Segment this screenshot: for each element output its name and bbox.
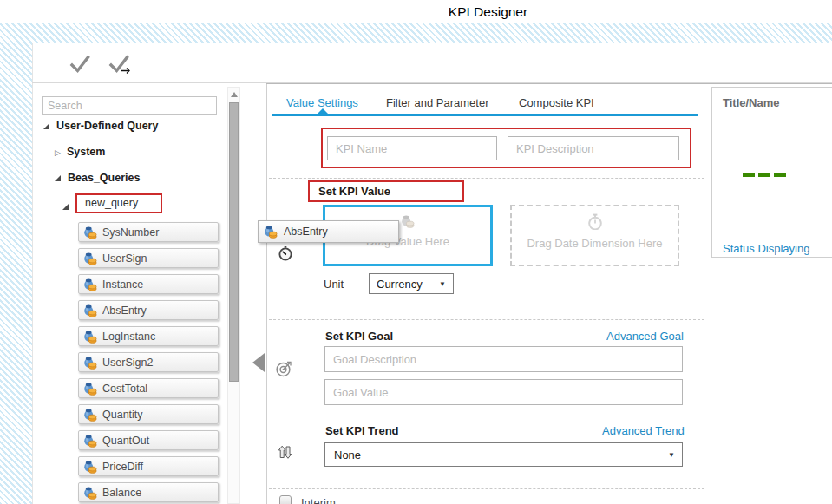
panel-divider xyxy=(266,83,267,504)
tab-composite-kpi[interactable]: Composite KPI xyxy=(519,96,594,109)
tree-expanded-icon[interactable] xyxy=(55,175,61,181)
preview-empty-value xyxy=(743,173,786,177)
tree-node-new-query[interactable]: new_query xyxy=(62,197,162,217)
field-label: CostTotal xyxy=(102,383,147,395)
scroll-up-icon[interactable] xyxy=(231,92,238,97)
page-title: KPI Designer xyxy=(144,4,832,20)
field-label: Quantity xyxy=(102,409,143,421)
field-item-pricediff[interactable]: PriceDiff xyxy=(78,456,219,476)
field-label: UserSign xyxy=(102,252,147,265)
field-label: PriceDiff xyxy=(102,461,143,473)
field-item-absentry[interactable]: AbsEntry xyxy=(78,300,219,320)
measure-coins-icon xyxy=(83,252,97,265)
measure-coins-icon xyxy=(83,408,97,422)
tree-node-system[interactable]: ▷System xyxy=(55,146,105,158)
trend-select[interactable]: None ▼ xyxy=(324,442,683,467)
collapse-sidebar-icon[interactable] xyxy=(252,353,265,372)
decorative-stripe-left xyxy=(0,43,32,504)
measure-coins-icon xyxy=(83,460,97,474)
field-label: LogInstanc xyxy=(102,331,155,343)
measure-coins-icon xyxy=(83,356,97,370)
gauge-icon xyxy=(278,246,293,262)
field-label: AbsEntry xyxy=(102,304,147,317)
field-item-quantout[interactable]: QuantOut xyxy=(78,430,219,450)
tree-node-beas-queries[interactable]: Beas_Queries xyxy=(55,172,140,184)
section-separator xyxy=(269,319,704,320)
advanced-goal-link[interactable]: Advanced Goal xyxy=(606,330,684,343)
tree-node-label: System xyxy=(67,146,105,158)
tab-value-settings[interactable]: Value Settings xyxy=(286,96,358,109)
title-bar: KPI Designer xyxy=(0,0,832,23)
goal-value-input[interactable] xyxy=(324,379,683,405)
interim-checkbox[interactable] xyxy=(279,495,292,504)
tree-collapsed-icon[interactable]: ▷ xyxy=(55,148,61,157)
field-label: SysNumber xyxy=(102,226,159,239)
advanced-trend-link[interactable]: Advanced Trend xyxy=(602,424,685,437)
trend-selected-value: None xyxy=(334,448,361,461)
field-item-sysnumber[interactable]: SysNumber xyxy=(78,222,219,242)
decorative-stripe-band xyxy=(0,23,832,43)
unit-selected-value: Currency xyxy=(377,278,423,291)
measure-coins-icon xyxy=(83,486,97,500)
field-item-usersign[interactable]: UserSign xyxy=(78,248,219,268)
tab-filter-and-parameter[interactable]: Filter and Parameter xyxy=(386,96,489,109)
sidebar-scrollbar[interactable] xyxy=(227,87,240,504)
dragged-field-label: AbsEntry xyxy=(284,226,328,238)
measure-coins-icon xyxy=(83,330,97,344)
tree-node-label: Beas_Queries xyxy=(68,172,140,184)
field-item-loginstanc[interactable]: LogInstanc xyxy=(78,326,219,346)
field-item-usersign2[interactable]: UserSign2 xyxy=(78,352,219,372)
new-query-highlight-box: new_query xyxy=(75,193,162,213)
tab-underline xyxy=(272,114,698,116)
set-kpi-trend-title: Set KPI Trend xyxy=(325,424,399,437)
arrow-right-icon xyxy=(121,67,131,75)
kpi-description-input[interactable] xyxy=(508,136,679,160)
target-icon xyxy=(276,360,293,377)
status-displaying-link[interactable]: Status Displaying xyxy=(723,242,809,255)
field-item-quantity[interactable]: Quantity xyxy=(78,404,219,424)
field-label: QuantOut xyxy=(102,435,149,447)
dragged-field-absentry[interactable]: AbsEntry xyxy=(258,220,399,243)
confirm-check-icon[interactable] xyxy=(69,54,92,75)
field-item-balance[interactable]: Balance xyxy=(78,482,219,502)
measure-coins-icon xyxy=(83,434,97,448)
unit-select[interactable]: Currency ▼ xyxy=(369,273,454,294)
measure-coins-icon xyxy=(83,304,97,317)
field-item-costtotal[interactable]: CostTotal xyxy=(78,378,219,398)
measure-coins-icon xyxy=(83,278,97,291)
measure-coins-faded-icon xyxy=(401,214,415,228)
preview-title: Title/Name xyxy=(723,96,780,109)
tree-expanded-icon[interactable] xyxy=(43,123,49,129)
toolbar xyxy=(32,43,832,83)
measure-coins-icon xyxy=(83,382,97,396)
set-kpi-value-title: Set KPI Value xyxy=(308,180,464,202)
trend-arrows-icon xyxy=(276,443,293,461)
scrollbar-thumb[interactable] xyxy=(229,102,239,382)
tree-node-user-defined-query[interactable]: User-Defined Query xyxy=(43,120,158,132)
measure-coins-icon xyxy=(83,226,97,239)
main-top-border xyxy=(266,83,832,84)
tree-node-label: User-Defined Query xyxy=(56,120,158,132)
chevron-down-icon: ▼ xyxy=(668,451,675,459)
section-separator xyxy=(269,178,704,179)
field-label: Instance xyxy=(102,278,143,291)
active-tab-notch xyxy=(318,108,328,114)
search-input[interactable] xyxy=(42,96,217,115)
stopwatch-icon xyxy=(586,213,604,230)
tree-expanded-icon[interactable] xyxy=(62,204,69,210)
drop-hint: Drag Date Dimension Here xyxy=(512,237,678,250)
kpi-preview-panel: Title/Name Status Displaying xyxy=(711,87,832,258)
kpi-name-input[interactable] xyxy=(327,136,497,160)
field-item-instance[interactable]: Instance xyxy=(78,274,219,294)
date-dimension-drop-zone[interactable]: Drag Date Dimension Here xyxy=(510,205,679,266)
section-separator xyxy=(269,488,704,489)
field-label: Balance xyxy=(102,487,141,499)
kpi-name-group-highlight xyxy=(321,128,691,168)
goal-description-input[interactable] xyxy=(324,346,683,372)
unit-label: Unit xyxy=(324,278,344,291)
measure-coins-icon xyxy=(264,225,278,239)
confirm-and-next-icon[interactable] xyxy=(108,54,131,75)
chevron-down-icon: ▼ xyxy=(439,280,446,288)
interim-label: Interim xyxy=(301,496,336,504)
field-label: UserSign2 xyxy=(102,357,153,369)
